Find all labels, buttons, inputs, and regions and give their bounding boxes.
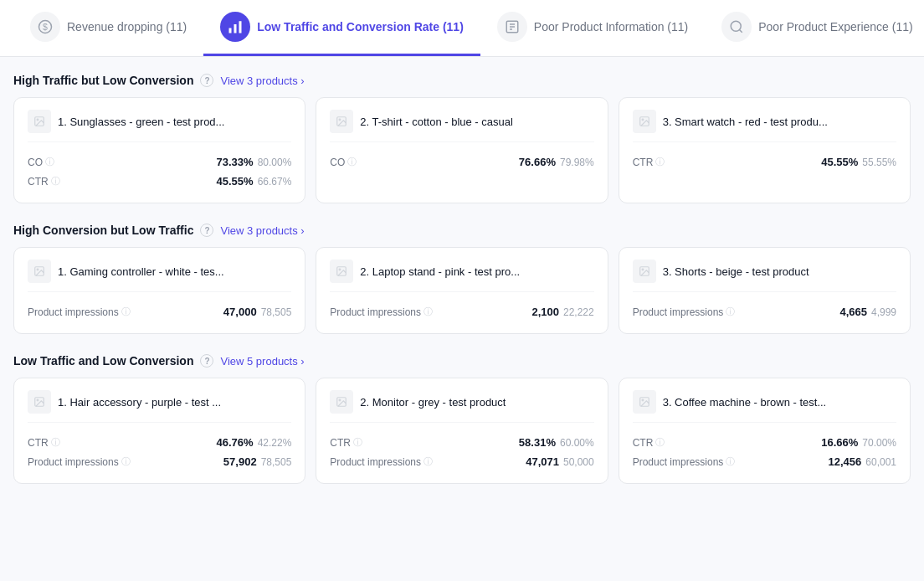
metric-current-value: 57,902: [223, 455, 257, 468]
metric-values: 57,90278,505: [223, 455, 291, 468]
svg-text:$: $: [43, 22, 48, 32]
product-name: 3. Smart watch - red - test produ...: [663, 116, 828, 128]
product-name: 3. Coffee machine - brown - test...: [663, 396, 827, 409]
metric-info-icon[interactable]: ⓘ: [121, 455, 131, 468]
metric-label: CTR ⓘ: [330, 436, 362, 449]
metric-info-icon[interactable]: ⓘ: [51, 436, 60, 449]
metric-previous-value: 78,505: [261, 306, 292, 318]
metric-previous-value: 78,505: [261, 456, 292, 468]
metric-info-icon[interactable]: ⓘ: [51, 175, 60, 188]
metric-previous-value: 50,000: [563, 456, 594, 468]
metric-current-value: 12,456: [829, 455, 862, 468]
svg-rect-4: [239, 21, 242, 33]
tab-revenue[interactable]: $Revenue dropping (11): [13, 0, 203, 56]
svg-point-18: [37, 269, 38, 270]
section-title-high-conversion-low-traffic: High Conversion but Low Traffic: [13, 224, 193, 237]
metric-label: CTR ⓘ: [633, 436, 665, 449]
metric-current-value: 45.55%: [821, 156, 858, 168]
metric-values: 16.66%70.00%: [821, 436, 896, 449]
metric-previous-value: 70.00%: [862, 437, 896, 449]
metric-values: 46.76%42.22%: [217, 436, 292, 449]
tab-label-revenue: Revenue dropping (11): [67, 20, 187, 33]
metric-row: CTR ⓘ58.31%60.00%: [330, 433, 593, 452]
section-header-high-traffic-low-conversion: High Traffic but Low Conversion?View 3 p…: [13, 74, 911, 87]
metric-info-icon[interactable]: ⓘ: [726, 306, 735, 318]
metric-info-icon[interactable]: ⓘ: [424, 455, 433, 468]
metric-label: Product impressions ⓘ: [633, 306, 736, 318]
view-link-high-conversion-low-traffic[interactable]: View 3 products ›: [220, 224, 304, 237]
product-title-row: 3. Shorts - beige - test product: [633, 260, 896, 292]
metric-row: CTR ⓘ16.66%70.00%: [633, 433, 896, 452]
metric-previous-value: 22,222: [563, 306, 594, 318]
section-info-icon-high-traffic-low-conversion[interactable]: ?: [200, 74, 213, 87]
product-image-placeholder: [330, 390, 353, 414]
metric-current-value: 76.66%: [519, 156, 556, 168]
metric-info-icon[interactable]: ⓘ: [726, 455, 735, 468]
product-card: 2. Monitor - grey - test productCTR ⓘ58.…: [316, 378, 608, 484]
metric-label: Product impressions ⓘ: [28, 455, 131, 468]
product-image-placeholder: [633, 110, 656, 133]
metric-info-icon[interactable]: ⓘ: [353, 436, 362, 449]
product-image-placeholder: [28, 390, 51, 414]
metric-label: Product impressions ⓘ: [28, 306, 131, 318]
product-image-placeholder: [330, 110, 353, 133]
metric-info-icon[interactable]: ⓘ: [45, 156, 54, 168]
metric-info-icon[interactable]: ⓘ: [347, 156, 357, 168]
product-image-placeholder: [330, 260, 353, 283]
product-image-placeholder: [28, 110, 51, 133]
metric-row: CTR ⓘ45.55%55.55%: [633, 152, 896, 172]
metric-row: Product impressions ⓘ47,00078,505: [28, 302, 291, 321]
metric-label: Product impressions ⓘ: [330, 306, 433, 318]
metric-current-value: 73.33%: [217, 156, 254, 168]
svg-line-10: [740, 29, 742, 32]
metric-previous-value: 79.98%: [560, 157, 594, 168]
tab-label-traffic: Low Traffic and Conversion Rate (11): [257, 20, 464, 33]
metric-label: CTR ⓘ: [28, 436, 60, 449]
product-title-row: 3. Smart watch - red - test produ...: [633, 110, 896, 142]
tab-experience[interactable]: Poor Product Experience (11): [705, 0, 924, 56]
svg-point-14: [339, 119, 341, 121]
metric-info-icon[interactable]: ⓘ: [655, 156, 665, 168]
product-card: 1. Hair accessory - purple - test ...CTR…: [13, 378, 305, 484]
tab-icon-revenue: $: [30, 12, 60, 42]
product-title-row: 1. Gaming controller - white - tes...: [28, 260, 291, 292]
metric-row: Product impressions ⓘ57,90278,505: [28, 452, 291, 471]
metric-row: CTR ⓘ46.76%42.22%: [28, 433, 291, 452]
svg-point-12: [37, 119, 38, 121]
svg-point-16: [642, 119, 644, 121]
metric-previous-value: 55.55%: [862, 157, 896, 168]
metric-values: 76.66%79.98%: [519, 156, 594, 168]
svg-point-20: [339, 269, 341, 270]
metric-label: CTR ⓘ: [633, 156, 665, 168]
svg-point-28: [642, 399, 644, 401]
svg-point-26: [339, 399, 341, 401]
svg-point-22: [642, 269, 644, 270]
product-card: 3. Coffee machine - brown - test...CTR ⓘ…: [619, 378, 911, 484]
view-link-low-traffic-low-conversion[interactable]: View 5 products ›: [220, 355, 304, 368]
metric-values: 47,00078,505: [223, 306, 291, 318]
product-title-row: 3. Coffee machine - brown - test...: [633, 390, 896, 423]
metric-previous-value: 66.67%: [258, 176, 292, 188]
metric-info-icon[interactable]: ⓘ: [655, 436, 665, 449]
metric-current-value: 2,100: [531, 306, 559, 318]
product-name: 1. Hair accessory - purple - test ...: [58, 396, 221, 409]
tab-label-info: Poor Product Information (11): [534, 20, 688, 33]
tab-info[interactable]: Poor Product Information (11): [480, 0, 705, 56]
metric-previous-value: 80.00%: [258, 157, 292, 168]
metric-previous-value: 60.00%: [560, 437, 594, 449]
view-link-high-traffic-low-conversion[interactable]: View 3 products ›: [220, 75, 304, 87]
section-info-icon-low-traffic-low-conversion[interactable]: ?: [200, 354, 213, 368]
product-card: 2. T-shirt - cotton - blue - casualCO ⓘ7…: [316, 97, 608, 203]
section-info-icon-high-conversion-low-traffic[interactable]: ?: [200, 224, 213, 237]
tab-icon-experience: [721, 12, 752, 42]
metric-label: CO ⓘ: [330, 156, 357, 168]
product-title-row: 2. Laptop stand - pink - test pro...: [330, 260, 593, 292]
metric-current-value: 47,071: [526, 455, 559, 468]
metric-info-icon[interactable]: ⓘ: [424, 306, 433, 318]
tab-traffic[interactable]: Low Traffic and Conversion Rate (11): [203, 0, 480, 56]
metric-previous-value: 60,001: [865, 456, 896, 468]
section-title-low-traffic-low-conversion: Low Traffic and Low Conversion: [13, 354, 193, 368]
product-card: 3. Shorts - beige - test productProduct …: [619, 247, 911, 334]
metric-info-icon[interactable]: ⓘ: [121, 306, 131, 318]
metric-current-value: 4,665: [839, 306, 867, 318]
